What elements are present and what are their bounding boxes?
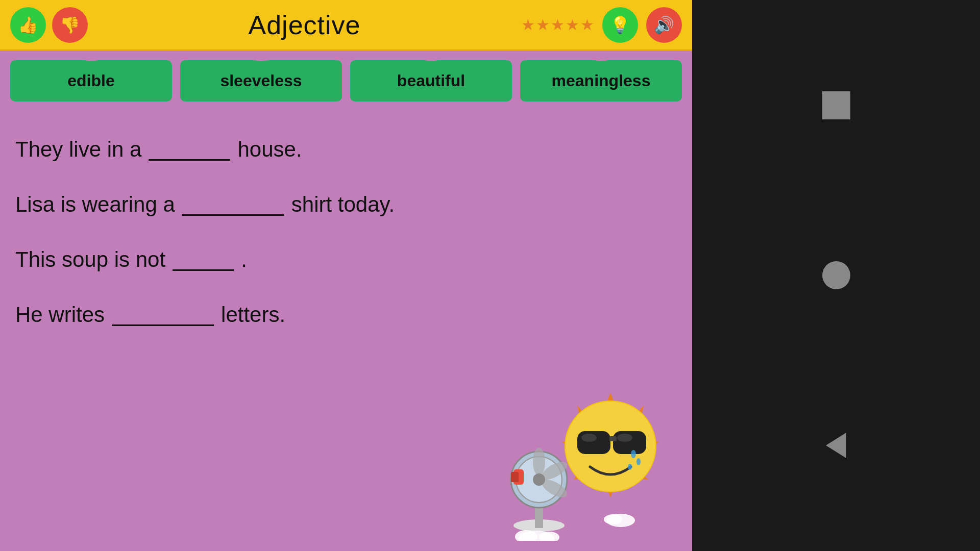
word-choices: edible sleeveless beautiful meaningless [0, 51, 692, 107]
star-3: ★ [551, 16, 565, 34]
thumbs-down-button[interactable]: 👎 [52, 7, 88, 43]
svg-point-26 [581, 434, 597, 442]
thumbs-down-icon: 👎 [60, 15, 80, 35]
page-title: Adjective [88, 10, 521, 40]
svg-rect-25 [609, 436, 617, 441]
sentence-4-blank[interactable] [112, 322, 214, 326]
sentence-2-after: shirt today. [291, 192, 395, 217]
word-beautiful-label: beautiful [397, 71, 465, 90]
sound-button[interactable]: 🔊 [646, 7, 682, 43]
sentence-4: He writes letters. [15, 287, 677, 342]
sentence-3: This soup is not . [15, 232, 677, 287]
sentence-1-blank[interactable] [149, 157, 230, 161]
star-1: ★ [521, 16, 535, 34]
word-meaningless-button[interactable]: meaningless [520, 60, 682, 102]
thumbs-up-icon: 👍 [18, 15, 38, 35]
svg-rect-24 [613, 431, 646, 454]
header-bar: 👍 👎 Adjective ★ ★ ★ ★ ★ 💡 🔊 [0, 0, 692, 51]
svg-point-30 [628, 464, 632, 470]
circle-button[interactable] [822, 261, 850, 289]
sentence-4-after: letters. [221, 303, 285, 327]
svg-point-32 [604, 514, 622, 524]
sun-illustration [478, 388, 682, 541]
sidebar-navigation [692, 0, 980, 551]
svg-point-29 [636, 458, 641, 465]
star-5: ★ [580, 16, 594, 34]
sentence-1-before: They live in a [15, 137, 141, 162]
word-beautiful-button[interactable]: beautiful [350, 60, 512, 102]
svg-point-28 [631, 450, 636, 458]
star-2: ★ [536, 16, 550, 34]
sentence-2-before: Lisa is wearing a [15, 192, 175, 217]
word-meaningless-label: meaningless [552, 71, 651, 90]
lightbulb-icon: 💡 [610, 15, 630, 35]
main-content-area: 👍 👎 Adjective ★ ★ ★ ★ ★ 💡 🔊 [0, 0, 692, 551]
word-sleeveless-button[interactable]: sleeveless [180, 60, 342, 102]
back-arrow-icon [826, 433, 846, 458]
svg-rect-9 [511, 472, 519, 482]
thumbs-up-button[interactable]: 👍 [10, 7, 46, 43]
sound-icon: 🔊 [654, 15, 674, 35]
sentence-2-blank[interactable] [182, 212, 284, 216]
word-edible-label: edible [67, 71, 114, 90]
stars-rating: ★ ★ ★ ★ ★ [521, 16, 594, 34]
svg-point-27 [617, 434, 632, 442]
square-button[interactable] [822, 91, 850, 119]
svg-point-7 [533, 473, 545, 486]
sentence-1: They live in a house. [15, 122, 677, 177]
star-4: ★ [566, 16, 579, 34]
svg-rect-23 [577, 431, 610, 454]
sentence-3-before: This soup is not [15, 247, 165, 272]
sentence-3-after: . [241, 247, 247, 272]
sentence-3-blank[interactable] [173, 267, 234, 271]
sentence-4-before: He writes [15, 303, 105, 327]
hint-button[interactable]: 💡 [602, 7, 638, 43]
word-sleeveless-label: sleeveless [220, 71, 302, 90]
back-button[interactable] [822, 432, 850, 460]
sentence-1-after: house. [237, 137, 302, 162]
header-left-controls: 👍 👎 [10, 7, 88, 43]
header-right-controls: ★ ★ ★ ★ ★ 💡 🔊 [521, 7, 682, 43]
word-edible-button[interactable]: edible [10, 60, 172, 102]
svg-point-4 [533, 447, 545, 476]
sentence-2: Lisa is wearing a shirt today. [15, 177, 677, 232]
